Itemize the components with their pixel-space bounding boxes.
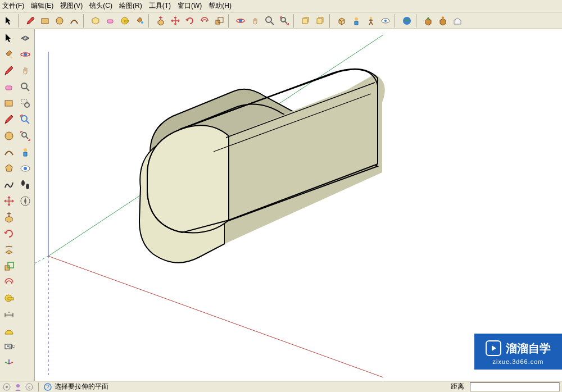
google-earth-icon[interactable] [400, 14, 414, 28]
move-icon[interactable] [169, 14, 182, 28]
rotate-icon[interactable] [183, 14, 197, 28]
measurement-input[interactable] [470, 382, 560, 391]
menu-file[interactable]: 文件(F) [2, 1, 24, 11]
status-bar: c ? 选择要拉伸的平面 距离 [0, 381, 562, 392]
status-credits-icon[interactable]: c [25, 382, 34, 391]
zoom-prev-icon[interactable] [17, 112, 33, 127]
zoom-window-icon[interactable] [17, 95, 33, 111]
walk-icon[interactable] [364, 14, 378, 28]
status-geolocation-icon[interactable] [2, 382, 11, 391]
tape-icon[interactable] [1, 291, 17, 307]
section-icon[interactable]: A [17, 30, 33, 46]
separator [38, 382, 39, 391]
separator [329, 14, 333, 28]
status-distance-label: 距离 [451, 382, 464, 391]
offset-icon[interactable] [198, 14, 211, 28]
zoom-icon[interactable] [263, 14, 277, 28]
rectangle-icon[interactable] [38, 14, 52, 28]
menu-draw[interactable]: 绘图(R) [119, 1, 142, 11]
component-icon[interactable] [89, 14, 102, 28]
orbit-icon[interactable] [234, 14, 247, 28]
pencil-icon[interactable] [24, 14, 37, 28]
line-icon[interactable] [1, 112, 17, 127]
select-icon[interactable] [1, 30, 17, 46]
warehouse-icon[interactable] [451, 14, 464, 28]
watermark-logo-icon [486, 340, 501, 356]
svg-point-12 [281, 17, 285, 22]
scale-icon[interactable] [212, 14, 226, 28]
menu-tools[interactable]: 工具(T) [149, 1, 171, 11]
iso-view-icon[interactable] [335, 14, 348, 28]
menu-help[interactable]: 帮助(H) [209, 1, 232, 11]
menu-view[interactable]: 视图(V) [60, 1, 83, 11]
dimension-icon[interactable]: ** [1, 307, 17, 323]
look-around-icon[interactable] [17, 161, 33, 176]
svg-point-36 [24, 53, 27, 56]
svg-rect-2 [107, 20, 113, 23]
freehand-icon[interactable] [1, 177, 17, 193]
viewport-3d[interactable]: 溜溜自学 zixue.3d66.com [35, 29, 562, 381]
circle-icon[interactable] [53, 14, 66, 28]
protractor-icon[interactable] [1, 323, 17, 339]
svg-point-15 [370, 17, 372, 19]
menu-camera[interactable]: 镜头(C) [89, 1, 112, 11]
rectangle-fill-icon[interactable] [1, 95, 17, 111]
rotate-red-icon[interactable] [1, 226, 17, 241]
menu-window[interactable]: 窗口(W) [178, 1, 202, 11]
position-camera-icon[interactable] [17, 144, 33, 160]
left-toolbar: ** ABC A [0, 29, 35, 381]
svg-line-43 [26, 121, 29, 124]
look-around-icon[interactable] [379, 14, 392, 28]
scale-icon[interactable] [1, 258, 17, 274]
axes-icon[interactable] [1, 356, 17, 372]
svg-line-33 [5, 362, 9, 364]
select-tool-icon[interactable] [2, 14, 16, 28]
pan-icon[interactable] [248, 14, 262, 28]
paintbucket-icon[interactable] [1, 47, 17, 62]
svg-point-8 [239, 19, 242, 22]
circle-fill-icon[interactable] [1, 128, 17, 144]
followme-icon[interactable] [1, 242, 17, 258]
arc-icon[interactable] [1, 144, 17, 160]
eraser-icon[interactable] [1, 79, 17, 95]
eraser-icon[interactable] [103, 14, 117, 28]
svg-point-10 [266, 17, 271, 22]
svg-point-44 [22, 133, 26, 137]
menu-edit[interactable]: 编辑(E) [31, 1, 53, 11]
axes-and-model [35, 29, 562, 381]
separator [83, 14, 87, 28]
paintbucket-icon[interactable] [133, 14, 146, 28]
zoom-extents2-icon[interactable] [17, 128, 33, 144]
svg-point-38 [21, 83, 27, 89]
get-models-icon[interactable] [422, 14, 435, 28]
status-help-icon[interactable]: ? [43, 382, 52, 391]
share-model-icon[interactable] [436, 14, 450, 28]
svg-point-65 [6, 386, 8, 388]
text-label-icon[interactable]: ABC [1, 340, 17, 355]
tape-icon[interactable] [118, 14, 132, 28]
pan-icon[interactable] [17, 63, 33, 79]
zoom-icon[interactable] [17, 79, 33, 95]
svg-line-56 [35, 256, 48, 293]
compass-icon[interactable] [17, 193, 33, 209]
pushpull-icon[interactable] [154, 14, 167, 28]
position-camera-icon[interactable] [350, 14, 363, 28]
svg-point-48 [24, 167, 27, 170]
prev-view-icon[interactable] [299, 14, 312, 28]
status-user-icon[interactable] [13, 382, 22, 391]
next-view-icon[interactable] [314, 14, 327, 28]
orbit-icon[interactable] [17, 47, 33, 62]
offset-icon[interactable] [1, 275, 17, 290]
svg-rect-4 [124, 20, 129, 22]
arc-icon[interactable] [67, 14, 81, 28]
svg-rect-20 [5, 101, 12, 106]
svg-rect-19 [6, 86, 12, 90]
move-red-icon[interactable] [1, 193, 17, 209]
pencil-red-icon[interactable] [1, 63, 17, 79]
footprints-icon[interactable] [17, 177, 33, 193]
polygon-icon[interactable] [1, 161, 17, 176]
zoom-extents-icon[interactable] [278, 14, 291, 28]
svg-text:**: ** [8, 311, 11, 314]
svg-line-39 [26, 88, 29, 91]
pushpull-icon[interactable] [1, 209, 17, 225]
